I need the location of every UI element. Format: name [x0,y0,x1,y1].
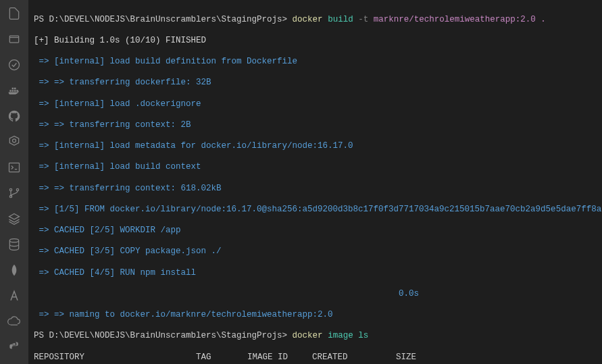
output-line: => [internal] load .dockerignore [34,99,597,110]
docker-outline-icon[interactable] [7,58,22,72]
activity-bar [0,0,28,364]
svg-rect-0 [9,36,18,43]
output-line: => => transferring context: 2B [34,120,597,131]
database-icon[interactable] [7,238,22,251]
svg-point-7 [9,239,18,242]
output-line: => => transferring dockerfile: 32B [34,78,597,88]
letter-a-icon[interactable] [7,289,22,303]
prompt-line: PS D:\DEVEL\NODEJS\BrainUnscramblers\Sta… [34,331,597,342]
output-line: => [internal] load build context [34,162,597,173]
svg-point-1 [9,60,20,70]
svg-point-5 [16,188,18,190]
svg-point-4 [9,188,11,190]
terminal-panel[interactable]: PS D:\DEVEL\NODEJS\BrainUnscramblers\Sta… [28,0,602,364]
terminal-icon[interactable] [7,161,22,174]
cloud-icon[interactable] [7,315,22,328]
prompt-line: PS D:\DEVEL\NODEJS\BrainUnscramblers\Sta… [34,15,597,26]
output-line: => [internal] load metadata for docker.i… [34,141,597,152]
mongodb-icon[interactable] [7,263,22,277]
output-line: [+] Building 1.0s (10/10) FINISHED [34,36,597,47]
output-line: => => naming to docker.io/marknre/techro… [34,310,597,321]
docker-icon[interactable] [7,84,22,97]
files-icon[interactable] [7,32,22,46]
output-line: => CACHED [3/5] COPY package.json ./ [34,246,597,257]
output-line: => CACHED [2/5] WORKDIR /app [34,226,597,236]
svg-rect-3 [9,163,20,172]
table-header: REPOSITORYTAGIMAGE IDCREATEDSIZE [34,353,597,363]
output-line: => [internal] load build definition from… [34,57,597,68]
branch-icon[interactable] [7,186,22,200]
output-line: => CACHED [4/5] RUN npm install [34,268,597,279]
output-line: 0.0s [34,289,597,300]
output-line: => [1/5] FROM docker.io/library/node:16.… [34,205,597,215]
layers-icon[interactable] [7,212,22,226]
svg-point-2 [13,139,16,142]
output-line: => => transferring context: 618.02kB [34,184,597,194]
kubernetes-icon[interactable] [7,135,22,149]
python-icon[interactable] [7,340,22,354]
file-icon[interactable] [7,7,22,20]
github-icon[interactable] [7,109,22,123]
